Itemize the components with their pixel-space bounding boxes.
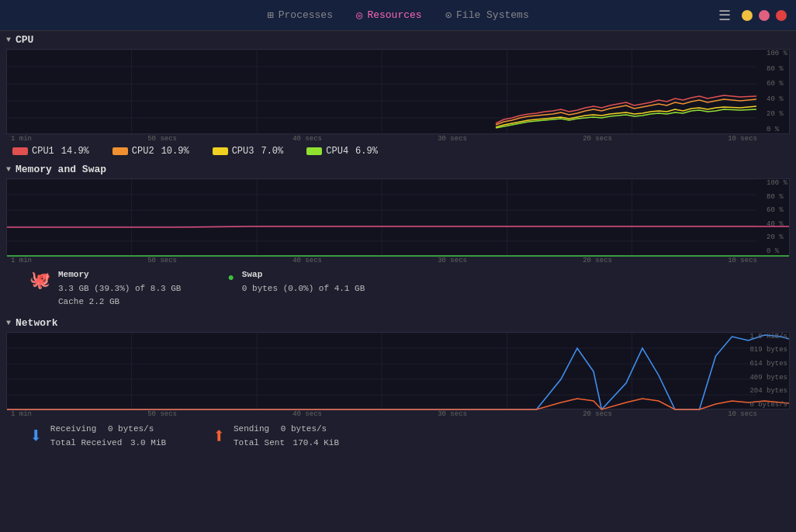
- tab-resources[interactable]: ◎ Resources: [356, 9, 422, 22]
- memory-chart: 100 % 80 % 60 % 40 % 20 % 0 %: [6, 178, 790, 256]
- processes-icon: ⊞: [267, 9, 273, 22]
- receiving-label: Receiving: [50, 424, 96, 434]
- sending-row: Sending 0 bytes/s: [234, 422, 339, 437]
- receiving-row: Receiving 0 bytes/s: [50, 422, 166, 437]
- total-received-value: 3.0 MiB: [130, 438, 166, 447]
- cpu-x-1min: 1 min: [11, 135, 32, 143]
- swap-value: 0 bytes (0.0%) of 4.1 GB: [242, 282, 365, 296]
- total-sent-row: Total Sent 170.4 KiB: [234, 436, 339, 451]
- nav-tabs: ⊞ Processes ◎ Resources ⊙ File Systems: [267, 9, 528, 22]
- network-x-10s: 10 secs: [728, 410, 757, 418]
- cpu2-label: CPU2: [132, 146, 154, 157]
- cpu-legend: CPU1 14.9% CPU2 10.9% CPU3 7.0% CPU4 6.9…: [6, 143, 790, 159]
- cpu2-color: [112, 147, 128, 155]
- dot-yellow[interactable]: [742, 10, 753, 21]
- network-x-30s: 30 secs: [438, 410, 467, 418]
- memory-chart-wrapper: 100 % 80 % 60 % 40 % 20 % 0 % 1 min 50 s…: [6, 178, 790, 265]
- network-x-1min: 1 min: [11, 410, 32, 418]
- resources-icon: ◎: [356, 9, 362, 22]
- sending-item: ⬆ Sending 0 bytes/s Total Sent 170.4 KiB: [213, 422, 339, 451]
- network-chart-svg: [7, 333, 789, 410]
- cpu-x-labels: 1 min 50 secs 40 secs 30 secs 20 secs 10…: [6, 134, 790, 143]
- memory-x-50s: 50 secs: [147, 257, 177, 264]
- memory-info: 🐙 Memory 3.3 GB (39.3%) of 8.3 GB Cache …: [6, 265, 790, 313]
- network-arrow-icon: ▼: [6, 319, 11, 327]
- tab-processes-label: Processes: [279, 9, 333, 21]
- memory-x-1min: 1 min: [11, 257, 32, 264]
- network-section-label: Network: [16, 317, 58, 329]
- filesystems-icon: ⊙: [445, 9, 452, 22]
- network-x-20s: 20 secs: [583, 410, 612, 418]
- memory-icon: 🐙: [29, 270, 50, 291]
- tab-processes[interactable]: ⊞ Processes: [267, 9, 333, 22]
- network-chart: 1.0 KiB/s 819 bytes 614 bytes 409 bytes …: [6, 332, 790, 409]
- memory-arrow-icon: ▼: [6, 165, 11, 174]
- cpu-x-20s: 20 secs: [583, 135, 612, 143]
- cpu3-color: [213, 147, 228, 155]
- cpu4-label: CPU4: [326, 146, 348, 157]
- cpu-chart-wrapper: 100 % 80 % 60 % 40 % 20 % 0 % 1 min 50 s…: [6, 49, 790, 143]
- cpu1-label: CPU1: [32, 146, 54, 157]
- cpu1-color: [12, 147, 28, 155]
- cpu1-value: 14.9%: [61, 146, 89, 157]
- receiving-item: ⬇ Receiving 0 bytes/s Total Received 3.0…: [29, 422, 166, 451]
- total-received-label: Total Received: [50, 438, 122, 447]
- network-chart-wrapper: 1.0 KiB/s 819 bytes 614 bytes 409 bytes …: [6, 332, 790, 419]
- memory-text: Memory 3.3 GB (39.3%) of 8.3 GB Cache 2.…: [58, 268, 181, 309]
- cpu-x-50s: 50 secs: [147, 135, 177, 143]
- cpu-section-header: ▼ CPU: [6, 34, 790, 46]
- total-sent-value: 170.4 KiB: [293, 438, 339, 447]
- cpu2-value: 10.9%: [161, 146, 189, 157]
- receiving-icon: ⬇: [29, 423, 43, 449]
- total-sent-label: Total Sent: [234, 438, 285, 447]
- window-controls: ☰: [718, 7, 787, 24]
- tab-filesystems-label: File Systems: [456, 9, 529, 21]
- memory-label: Memory: [58, 268, 181, 282]
- receiving-text: Receiving 0 bytes/s Total Received 3.0 M…: [50, 422, 166, 451]
- memory-x-30s: 30 secs: [438, 257, 467, 264]
- menu-icon[interactable]: ☰: [718, 7, 731, 24]
- memory-item: 🐙 Memory 3.3 GB (39.3%) of 8.3 GB Cache …: [29, 268, 181, 309]
- total-received-row: Total Received 3.0 MiB: [50, 436, 166, 451]
- network-x-labels: 1 min 50 secs 40 secs 30 secs 20 secs 10…: [6, 409, 790, 419]
- network-section-header: ▼ Network: [6, 317, 790, 329]
- cpu4-legend: CPU4 6.9%: [306, 146, 378, 157]
- network-section: ▼ Network: [6, 317, 790, 454]
- cpu3-label: CPU3: [232, 146, 254, 157]
- cpu-chart: 100 % 80 % 60 % 40 % 20 % 0 %: [6, 49, 790, 134]
- tab-resources-label: Resources: [367, 9, 421, 21]
- sending-text: Sending 0 bytes/s Total Sent 170.4 KiB: [234, 422, 339, 451]
- header: ⊞ Processes ◎ Resources ⊙ File Systems ☰: [0, 0, 796, 31]
- memory-chart-svg: [7, 179, 789, 257]
- main-content: ▼ CPU: [0, 31, 796, 532]
- cpu-section-label: CPU: [16, 34, 33, 46]
- memory-x-40s: 40 secs: [292, 257, 322, 264]
- tab-filesystems[interactable]: ⊙ File Systems: [445, 9, 529, 22]
- cpu-section: ▼ CPU: [6, 34, 790, 159]
- swap-item: ● Swap 0 bytes (0.0%) of 4.1 GB: [227, 268, 365, 295]
- sending-value: 0 bytes/s: [281, 424, 327, 434]
- sending-icon: ⬆: [213, 423, 226, 449]
- sending-label: Sending: [234, 424, 269, 434]
- dot-red[interactable]: [776, 10, 787, 21]
- memory-x-labels: 1 min 50 secs 40 secs 30 secs 20 secs 10…: [6, 256, 790, 265]
- memory-section-label: Memory and Swap: [16, 164, 106, 175]
- swap-label: Swap: [242, 268, 365, 282]
- memory-section: ▼ Memory and Swap: [6, 164, 790, 313]
- cpu4-value: 6.9%: [355, 146, 378, 157]
- cpu1-legend: CPU1 14.9%: [12, 146, 89, 157]
- cpu2-legend: CPU2 10.9%: [112, 146, 189, 157]
- cpu3-legend: CPU3 7.0%: [213, 146, 284, 157]
- cpu4-color: [306, 147, 322, 155]
- network-info: ⬇ Receiving 0 bytes/s Total Received 3.0…: [6, 419, 790, 454]
- dot-pink[interactable]: [759, 10, 770, 21]
- receiving-value: 0 bytes/s: [108, 424, 154, 434]
- memory-x-10s: 10 secs: [728, 257, 757, 264]
- memory-section-header: ▼ Memory and Swap: [6, 164, 790, 175]
- cpu-x-10s: 10 secs: [728, 135, 757, 143]
- network-x-50s: 50 secs: [147, 410, 177, 418]
- network-x-40s: 40 secs: [292, 410, 322, 418]
- cpu-arrow-icon: ▼: [6, 36, 11, 44]
- swap-icon: ●: [227, 271, 234, 284]
- cpu-x-40s: 40 secs: [292, 135, 322, 143]
